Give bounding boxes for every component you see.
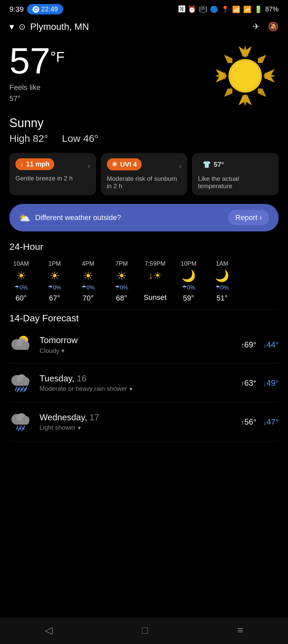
temperature-unit: °F <box>50 49 64 65</box>
forecast-dropdown-icon[interactable]: ▾ <box>129 385 133 393</box>
weather-icon <box>212 42 279 109</box>
hourly-scroll[interactable]: 10AM ☀ ☂0% 60° 1PM ☀ ☂0% 67° 4PM ☀ ☂0% 7… <box>0 257 288 309</box>
bell-icon[interactable]: 🔕 <box>268 21 279 32</box>
wind-arrow-icon: ↓ <box>20 160 23 168</box>
hour-sun-icon: ☀ <box>83 270 93 281</box>
status-time: 9:39 <box>9 5 24 14</box>
report-left: ⛅ Different weather outside? <box>19 212 121 223</box>
hour-1am: 1AM 🌙 ☂0% 51° <box>210 260 234 303</box>
hour-label: 7PM <box>115 260 128 267</box>
forecast-high: ↑56° <box>241 417 256 427</box>
forecast-temps: ↑56° ↓47° <box>241 417 279 427</box>
vibrate-icon: 📳 <box>199 5 207 13</box>
forecast-title: 14-Day Forecast <box>9 313 279 324</box>
svg-line-37 <box>18 428 19 431</box>
shirt-icon: 👕 <box>203 160 211 168</box>
svg-rect-22 <box>14 382 29 386</box>
menu-nav-icon[interactable]: ≡ <box>237 625 243 636</box>
clothing-temp: 57° <box>214 161 224 168</box>
forecast-wednesday[interactable]: Wednesday, 17 Light shower ▾ ↑56° ↓47° <box>9 402 279 441</box>
svg-line-23 <box>15 387 17 390</box>
clothing-card[interactable]: 👕 57° Like the actual temperature <box>192 153 279 195</box>
wind-chevron-icon[interactable]: › <box>88 162 90 170</box>
svg-line-26 <box>25 387 27 390</box>
battery-icon: 🔋 <box>254 5 263 13</box>
uv-chevron-icon[interactable]: › <box>179 162 182 170</box>
hour-precip: — <box>152 284 158 290</box>
badge-time: 22:49 <box>41 5 58 13</box>
hour-precip: ☂0% <box>48 284 61 291</box>
svg-line-27 <box>17 388 18 392</box>
hour-precip: ☂0% <box>215 284 229 291</box>
high-value: 82° <box>33 133 48 144</box>
temp-section: 57 °F Feels like 57° <box>9 42 65 104</box>
forecast-lightrain-icon <box>9 409 33 434</box>
forecast-tuesday[interactable]: Tuesday, 16 Moderate or heavy rain showe… <box>9 364 279 402</box>
location-icon: 📍 <box>221 5 229 13</box>
forecast-low: ↓47° <box>263 417 279 427</box>
current-temperature: 57 <box>9 42 50 79</box>
uv-card-header: ☀ UVI 4 › <box>107 158 182 174</box>
hour-label: 10PM <box>181 260 196 267</box>
hour-temp: 67° <box>49 294 60 303</box>
svg-line-25 <box>22 387 23 390</box>
hour-4pm: 4PM ☀ ☂0% 70° <box>76 260 100 303</box>
svg-line-28 <box>20 388 22 392</box>
clothing-description: Like the actual temperature <box>198 175 273 190</box>
wifi-icon: 📶 <box>232 5 240 13</box>
dropdown-icon[interactable]: ▾ <box>9 21 14 32</box>
forecast-day-label: Tuesday, 16 <box>40 373 234 384</box>
forecast-day-info: Tomorrow Cloudy ▾ <box>40 335 234 355</box>
wind-card[interactable]: ↓ 11 mph › Gentle breeze in 2 h <box>9 153 96 195</box>
hour-10am: 10AM ☀ ☂0% 60° <box>9 260 33 303</box>
location-dot-icon: ⊙ <box>19 22 25 32</box>
svg-rect-33 <box>14 421 29 425</box>
svg-line-36 <box>23 426 24 429</box>
hour-moon-icon: 🌙 <box>215 270 229 281</box>
forecast-day-info: Wednesday, 17 Light shower ▾ <box>40 412 234 432</box>
forecast-temps: ↑69° ↓44° <box>241 340 279 350</box>
report-weather-icon: ⛅ <box>19 212 30 223</box>
home-nav-icon[interactable]: □ <box>142 625 148 636</box>
forecast-low: ↓44° <box>263 340 279 350</box>
hour-sun-icon: ☀ <box>117 270 127 281</box>
wind-card-header: ↓ 11 mph › <box>15 158 90 173</box>
uv-card[interactable]: ☀ UVI 4 › Moderate risk of sunburn in 2 … <box>101 153 188 195</box>
forecast-low: ↓49° <box>263 378 279 388</box>
hour-temp: Sunset <box>144 293 167 302</box>
forecast-dropdown-icon[interactable]: ▾ <box>61 347 65 355</box>
hour-label: 1PM <box>48 260 61 267</box>
svg-marker-6 <box>224 89 232 97</box>
hour-precip: ☂0% <box>115 284 128 291</box>
hour-temp: 51° <box>216 294 227 303</box>
low-label: Low <box>62 133 80 144</box>
header-left[interactable]: ▾ ⊙ Plymouth, MN <box>9 21 89 32</box>
report-button[interactable]: Report › <box>228 210 269 225</box>
forecast-day-info: Tuesday, 16 Moderate or heavy rain showe… <box>40 373 234 393</box>
main-weather: 57 °F Feels like 57° <box>0 39 288 116</box>
hour-label: 1AM <box>216 260 228 267</box>
hour-temp: 70° <box>82 294 93 303</box>
forecast-tomorrow[interactable]: Tomorrow Cloudy ▾ ↑69° ↓44° <box>9 326 279 364</box>
uv-value: UVI 4 <box>120 161 137 168</box>
status-bar: 9:39 ⏱ 22:49 🅽 ⏰ 📳 🔵 📍 📶 📶 🔋 87% <box>0 0 288 17</box>
svg-line-29 <box>24 388 25 392</box>
status-badge: ⏱ 22:49 <box>27 4 63 14</box>
forecast-day-label: Wednesday, 17 <box>40 412 234 423</box>
clothing-badge: 👕 57° <box>198 158 228 170</box>
condition-section: Sunny High 82° Low 46° <box>0 116 288 147</box>
forecast-dropdown-icon[interactable]: ▾ <box>78 424 81 432</box>
back-nav-icon[interactable]: ◁ <box>45 624 53 636</box>
low-value: 46° <box>83 133 98 144</box>
forecast-high: ↑69° <box>241 340 256 350</box>
header-icons: ✈ 🔕 <box>253 21 279 32</box>
clothing-card-header: 👕 57° <box>198 158 273 174</box>
hour-label: 7:59PM <box>145 260 165 267</box>
hour-sun-icon: ☀ <box>50 270 60 281</box>
hourly-title: 24-Hour <box>9 241 43 252</box>
report-banner[interactable]: ⛅ Different weather outside? Report › <box>9 204 279 231</box>
svg-line-38 <box>22 428 23 431</box>
send-icon[interactable]: ✈ <box>253 21 260 32</box>
alarm-icon: ⏰ <box>188 5 196 13</box>
forecast-high: ↑63° <box>241 378 256 388</box>
